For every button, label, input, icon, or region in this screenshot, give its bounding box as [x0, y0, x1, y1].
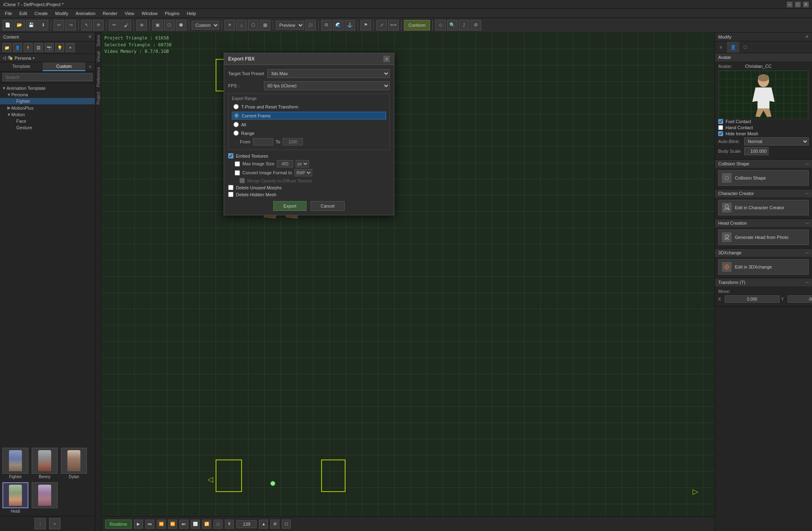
- tree-fighter[interactable]: Fighter: [0, 98, 95, 104]
- content-header-controls[interactable]: ✕: [88, 34, 92, 39]
- range-option[interactable]: Range: [232, 130, 386, 137]
- tree-gesture[interactable]: Gesture: [0, 124, 95, 131]
- close-btn[interactable]: ✕: [803, 2, 809, 7]
- person-icon-btn[interactable]: 👤: [13, 43, 22, 52]
- menu-window[interactable]: Window: [138, 10, 161, 17]
- maximize-btn[interactable]: □: [795, 2, 801, 7]
- extend-btn[interactable]: ⬢: [176, 20, 186, 30]
- convert-format-select[interactable]: BMP: [294, 169, 312, 176]
- menu-modify[interactable]: Modify: [52, 10, 71, 17]
- foot-contact-checkbox[interactable]: [718, 119, 723, 124]
- menu-animation[interactable]: Animation: [72, 10, 99, 17]
- custom-select[interactable]: Custom: [192, 21, 219, 30]
- to-start-btn[interactable]: ⏮: [145, 520, 154, 529]
- cancel-button[interactable]: Cancel: [311, 201, 345, 211]
- menu-file[interactable]: File: [2, 10, 15, 17]
- menu-help[interactable]: Help: [184, 10, 199, 17]
- content-options-btn[interactable]: ≡: [85, 62, 95, 71]
- new-btn[interactable]: 📄: [2, 20, 13, 30]
- head-collapse-icon[interactable]: ─: [806, 221, 809, 225]
- main-viewport[interactable]: Project Triangle : 61658 Selected Triang…: [102, 33, 715, 516]
- mod-tab-1[interactable]: ≡: [715, 41, 727, 53]
- menu-view[interactable]: View: [121, 10, 138, 17]
- tree-persona[interactable]: ▼ Persona: [0, 91, 95, 98]
- vtab-scene[interactable]: Scene: [95, 33, 102, 49]
- tree-motion[interactable]: ▼ Motion: [0, 111, 95, 118]
- convert-image-checkbox[interactable]: [235, 170, 240, 176]
- tree-face[interactable]: Face: [0, 118, 95, 124]
- thumb-benny[interactable]: Benny: [31, 447, 58, 480]
- max-image-size-checkbox[interactable]: [235, 161, 240, 167]
- particles-icon-btn[interactable]: ✦: [66, 43, 75, 52]
- sun-btn[interactable]: ☀: [225, 20, 235, 30]
- mod-tab-3[interactable]: ⬡: [739, 41, 752, 53]
- thumb-heidi[interactable]: Heidi: [2, 481, 29, 514]
- section-collapse-icon[interactable]: ─: [806, 161, 809, 166]
- generate-head-button[interactable]: Generate Head from Photo: [718, 230, 809, 245]
- redo-btn[interactable]: ↪: [65, 20, 76, 30]
- prev-frame-btn[interactable]: ⏪: [157, 520, 166, 529]
- camera2-icon-btn[interactable]: 📷: [45, 43, 54, 52]
- flag-btn[interactable]: ⚑: [361, 20, 371, 30]
- physics-btn[interactable]: ⚙: [321, 20, 332, 30]
- brush-btn[interactable]: ✏: [109, 20, 119, 30]
- content-close-icon[interactable]: ✕: [88, 34, 92, 39]
- edit-in-cc-button[interactable]: Edit in Character Creator: [718, 200, 809, 215]
- hand-contact-checkbox[interactable]: [718, 125, 723, 130]
- grid-btn[interactable]: ▦: [260, 20, 270, 30]
- tree-animation-template[interactable]: ▼ Animation Template: [0, 85, 95, 91]
- play-button[interactable]: ▶: [134, 520, 143, 529]
- settings2-btn[interactable]: ⚙: [270, 520, 279, 529]
- x-input[interactable]: [725, 295, 780, 303]
- camera-btn[interactable]: ⬡: [164, 20, 175, 30]
- realtime-button[interactable]: Realtime: [105, 520, 132, 529]
- current-frame-option[interactable]: Current Frame: [232, 112, 386, 119]
- video-btn[interactable]: 🎥: [305, 20, 316, 30]
- cc-collapse-icon[interactable]: ─: [806, 191, 809, 196]
- mic-btn[interactable]: 🎙: [225, 520, 234, 529]
- zoom2-btn[interactable]: 🔍: [447, 20, 458, 30]
- settings-btn[interactable]: ⚙: [471, 20, 481, 30]
- transform-collapse-icon[interactable]: ─: [806, 280, 809, 285]
- thumb-dylan[interactable]: Dylan: [60, 447, 88, 480]
- to-input[interactable]: [283, 138, 303, 145]
- menu-create[interactable]: Create: [31, 10, 51, 17]
- next-frame-btn[interactable]: ⏩: [168, 520, 177, 529]
- loop-btn[interactable]: 🔁: [202, 520, 211, 529]
- paint-btn[interactable]: 🖌: [121, 20, 131, 30]
- vtab-preference[interactable]: Preference: [95, 65, 102, 89]
- diamond-btn[interactable]: ◇: [435, 20, 446, 30]
- panel-add-btn[interactable]: +: [49, 518, 60, 529]
- mirror-btn[interactable]: ⟺: [388, 20, 399, 30]
- frame-input[interactable]: [236, 520, 257, 528]
- persona-icon[interactable]: ◁: [2, 55, 6, 61]
- target-preset-select[interactable]: 3ds Max: [267, 69, 390, 78]
- anchor-btn[interactable]: ⚓: [345, 20, 355, 30]
- undo-btn[interactable]: ↩: [54, 20, 64, 30]
- 3dx-collapse-icon[interactable]: ─: [806, 250, 809, 255]
- search-input[interactable]: [2, 73, 93, 81]
- light-icon-btn[interactable]: 💡: [55, 43, 64, 52]
- merge-opacity-checkbox[interactable]: [240, 178, 245, 183]
- from-input[interactable]: [253, 138, 273, 145]
- panel-down-btn[interactable]: ↓: [35, 518, 46, 529]
- body-scale-input[interactable]: [744, 147, 769, 155]
- export-button[interactable]: Export: [273, 201, 307, 211]
- t-pose-option[interactable]: T-Pose and Reset Transform: [232, 103, 386, 110]
- cloth-btn[interactable]: 🌊: [333, 20, 343, 30]
- fps-select[interactable]: 60 fps (iClone): [264, 81, 390, 90]
- motion-icon-btn[interactable]: 🏃: [24, 43, 32, 52]
- edit-in-3dx-button[interactable]: Edit in 3DXchange: [718, 259, 809, 275]
- conform-button[interactable]: Conform: [404, 20, 430, 30]
- record-btn[interactable]: ⬜: [191, 520, 200, 529]
- delete-hidden-checkbox[interactable]: [228, 192, 233, 197]
- frame-btn[interactable]: ▣: [152, 20, 163, 30]
- preview-select[interactable]: Preview: [276, 21, 304, 30]
- embed-textures-checkbox[interactable]: [228, 153, 233, 158]
- home-btn[interactable]: ⌂: [236, 20, 247, 30]
- folder-icon-btn[interactable]: 📁: [2, 43, 11, 52]
- thumb-empty[interactable]: [31, 481, 58, 514]
- select-btn[interactable]: ↖: [81, 20, 92, 30]
- menu-plugins[interactable]: Plugins: [162, 10, 183, 17]
- y-input[interactable]: [788, 295, 812, 303]
